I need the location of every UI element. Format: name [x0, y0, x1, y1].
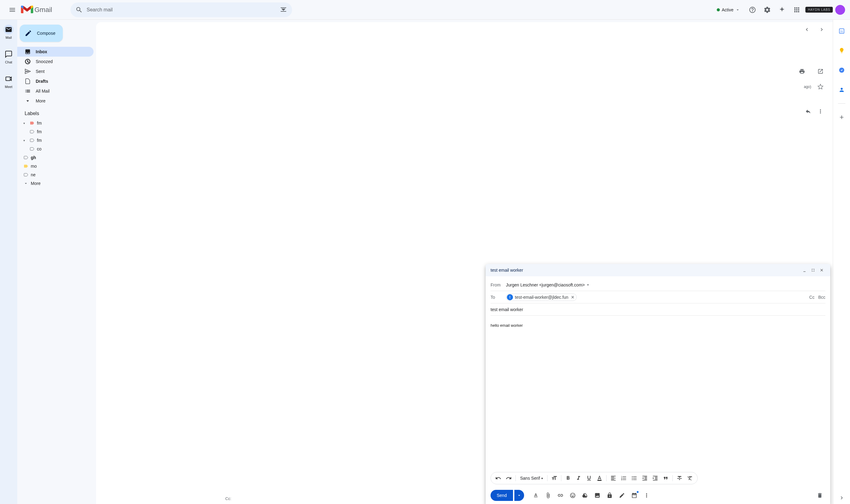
bold-icon[interactable]	[563, 473, 573, 483]
redo-icon[interactable]	[504, 473, 513, 483]
label-tag-icon	[23, 155, 28, 160]
tasks-addon-icon[interactable]	[835, 64, 848, 76]
search-bar[interactable]	[71, 2, 292, 17]
from-value[interactable]: Jurgen Leschner <jurgen@ciaosoft.com> ▾	[506, 283, 826, 287]
more-options-icon[interactable]	[641, 490, 652, 501]
subject-input[interactable]	[491, 305, 826, 314]
label-tag-icon	[30, 121, 34, 126]
label-fm-2[interactable]: fm	[17, 127, 93, 136]
underline-icon[interactable]	[584, 473, 594, 483]
sidebar-allmail[interactable]: All Mail	[17, 86, 93, 96]
drive-icon[interactable]	[579, 490, 591, 501]
indent-less-icon[interactable]	[640, 473, 650, 483]
labels-more[interactable]: More	[17, 179, 93, 188]
quote-icon[interactable]	[661, 473, 671, 483]
rail-chat[interactable]: Chat	[0, 47, 17, 67]
text-format-toggle-icon[interactable]	[530, 490, 541, 501]
triangle-icon: ▾	[23, 122, 27, 125]
sidebar-inbox[interactable]: Inbox	[17, 47, 93, 57]
hamburger-menu-icon[interactable]	[5, 2, 20, 17]
cc-label-behind: Cc:	[225, 496, 231, 501]
image-icon[interactable]	[592, 490, 603, 501]
label-ne[interactable]: ne	[17, 170, 93, 179]
delete-draft-icon[interactable]	[814, 490, 826, 501]
bulleted-list-icon[interactable]	[629, 473, 639, 483]
close-icon[interactable]	[818, 267, 826, 274]
chevron-down-icon	[735, 7, 740, 12]
fullscreen-icon[interactable]	[809, 267, 817, 274]
collapse-panel-icon[interactable]	[835, 492, 848, 504]
rail-mail[interactable]: Mail	[0, 22, 17, 42]
next-page-icon[interactable]	[816, 23, 828, 36]
mail-icon	[5, 26, 12, 33]
strikethrough-icon[interactable]	[674, 473, 684, 483]
numbered-list-icon[interactable]	[619, 473, 629, 483]
signature-icon[interactable]	[616, 490, 628, 501]
label-fm-1[interactable]: ▾ fm	[17, 119, 93, 127]
confidential-icon[interactable]	[604, 490, 615, 501]
more-vert-icon[interactable]	[817, 108, 824, 114]
open-new-icon[interactable]	[814, 65, 827, 77]
help-icon[interactable]	[746, 4, 759, 16]
label-mo[interactable]: mo	[17, 162, 93, 170]
status-text: Active	[722, 7, 734, 12]
star-icon[interactable]	[817, 84, 824, 90]
emoji-icon[interactable]	[567, 490, 578, 501]
italic-icon[interactable]	[574, 473, 583, 483]
minimize-icon[interactable]	[801, 267, 808, 274]
inbox-icon	[24, 49, 31, 55]
rail-meet[interactable]: Meet	[0, 71, 17, 91]
align-icon[interactable]	[609, 473, 618, 483]
recipient-chip[interactable]: t test-email-worker@jldec.fun ✕	[506, 293, 577, 301]
to-field[interactable]: t test-email-worker@jldec.fun ✕	[506, 293, 809, 301]
text-color-icon[interactable]	[595, 473, 604, 483]
chevron-down-icon	[23, 181, 28, 186]
indent-more-icon[interactable]	[650, 473, 660, 483]
meet-icon	[5, 75, 12, 83]
labels-header: Labels	[17, 106, 96, 119]
label-co[interactable]: co	[17, 145, 93, 153]
apps-icon[interactable]	[791, 4, 803, 16]
link-icon[interactable]	[555, 490, 566, 501]
font-family-select[interactable]: Sans Serif ▾	[518, 476, 545, 481]
format-toolbar: Sans Serif ▾	[491, 472, 698, 484]
contacts-addon-icon[interactable]	[835, 84, 848, 96]
search-options-icon[interactable]	[280, 6, 287, 14]
label-fm-3[interactable]: ▾ fm	[17, 136, 93, 145]
keep-addon-icon[interactable]	[835, 44, 848, 57]
prev-page-icon[interactable]	[801, 23, 813, 36]
reply-icon[interactable]	[805, 108, 811, 114]
to-label: To	[491, 295, 506, 300]
gmail-logo[interactable]: Gmail	[21, 5, 52, 15]
add-addon-icon[interactable]	[835, 111, 848, 123]
undo-icon[interactable]	[493, 473, 503, 483]
search-input[interactable]	[87, 7, 276, 13]
bcc-link[interactable]: Bcc	[818, 295, 826, 300]
chip-remove-icon[interactable]: ✕	[570, 295, 575, 300]
send-options-button[interactable]	[514, 490, 524, 501]
label-gh[interactable]: gh	[17, 153, 93, 162]
send-button[interactable]: Send	[491, 490, 513, 501]
send-icon	[24, 68, 31, 74]
clock-icon	[24, 58, 31, 65]
sidebar-drafts-label: Drafts	[36, 79, 48, 84]
calendar-addon-icon[interactable]: 31	[835, 24, 848, 37]
sparkle-icon[interactable]	[776, 4, 788, 16]
label-tag-icon	[30, 138, 34, 143]
cc-link[interactable]: Cc	[809, 295, 815, 300]
status-indicator[interactable]: Active	[713, 5, 744, 15]
account-avatar[interactable]	[835, 5, 845, 15]
clear-format-icon[interactable]	[685, 473, 695, 483]
draft-icon	[24, 78, 31, 84]
settings-icon[interactable]	[761, 4, 773, 16]
compose-body[interactable]: hello email worker	[486, 318, 830, 472]
compose-button[interactable]: Compose	[20, 24, 63, 42]
sidebar-drafts[interactable]: Drafts	[17, 76, 93, 86]
sidebar-sent[interactable]: Sent	[17, 67, 93, 76]
sidebar-more[interactable]: More	[17, 96, 93, 106]
attach-icon[interactable]	[543, 490, 554, 501]
label-text: fm	[37, 121, 42, 126]
sidebar-snoozed[interactable]: Snoozed	[17, 57, 93, 67]
print-icon[interactable]	[796, 65, 808, 77]
font-size-icon[interactable]	[549, 473, 559, 483]
